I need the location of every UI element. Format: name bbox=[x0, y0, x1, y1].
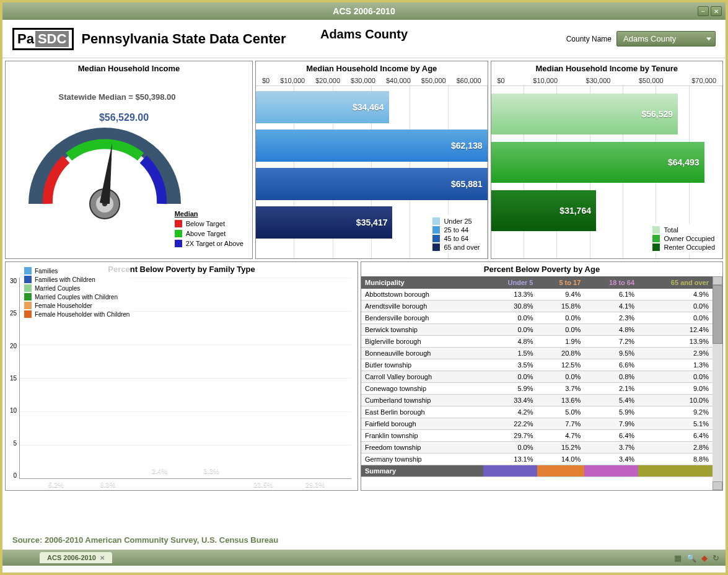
legend-label: Renter Occupied bbox=[664, 244, 715, 251]
legend-swatch bbox=[24, 284, 32, 292]
legend-swatch bbox=[652, 244, 660, 251]
legend-swatch bbox=[432, 226, 440, 234]
county-selector-label: County Name bbox=[566, 35, 612, 43]
table-row[interactable]: Bendersville borough0.0%0.0%2.3%0.0% bbox=[361, 312, 713, 324]
income-by-tenure-xaxis: $0$10,000$30,000$50,000$70,000 bbox=[491, 76, 723, 86]
legend-label: Female Householder bbox=[35, 302, 92, 309]
source-text: Source: 2006-2010 American Community Sur… bbox=[2, 530, 726, 550]
table-row[interactable]: East Berlin borough4.2%5.0%5.9%9.2% bbox=[361, 406, 713, 418]
legend-label: Married Couples with Children bbox=[35, 294, 118, 301]
county-selector-value: Adams County bbox=[623, 34, 676, 43]
legend-swatch bbox=[432, 217, 440, 225]
footer-tab-label: ACS 2006-2010 bbox=[47, 554, 96, 561]
bar-label: 5.2% bbox=[48, 481, 64, 488]
table-header[interactable]: Municipality bbox=[361, 276, 483, 289]
table-row[interactable]: Cumberland township33.4%13.6%5.4%10.0% bbox=[361, 395, 713, 406]
footer-tab-acs[interactable]: ACS 2006-2010 ✕ bbox=[40, 552, 112, 563]
chevron-down-icon bbox=[706, 37, 711, 40]
poverty-age-table-wrap: MunicipalityUnder 55 to 1718 to 6465 and… bbox=[361, 276, 722, 490]
legend-swatch bbox=[175, 230, 182, 237]
table-row[interactable]: Biglerville borough4.8%1.9%7.2%13.9% bbox=[361, 336, 713, 348]
table-row[interactable]: Abbottstown borough13.3%9.4%6.1%4.9% bbox=[361, 289, 713, 301]
legend-swatch bbox=[24, 276, 32, 283]
poverty-family-panel: Percent Below Poverty by Family Type 302… bbox=[5, 261, 358, 491]
table-header[interactable]: 18 to 64 bbox=[584, 276, 638, 289]
gauge-legend-title: Median bbox=[175, 210, 243, 217]
legend-swatch bbox=[24, 267, 32, 274]
table-row[interactable]: Fairfield borough22.2%7.7%7.9%5.1% bbox=[361, 418, 713, 430]
hbar-tenure-1: $64,493 bbox=[491, 142, 704, 183]
poverty-age-panel: Percent Below Poverty by Age Municipalit… bbox=[361, 261, 723, 491]
window-title: ACS 2006-2010 bbox=[333, 6, 395, 16]
logo: Pa SDC bbox=[12, 28, 74, 50]
county-selector[interactable]: Adams County bbox=[616, 31, 716, 46]
table-row[interactable]: Franklin township29.7%4.7%6.4%6.4% bbox=[361, 430, 713, 442]
legend-label: 25 to 44 bbox=[444, 226, 468, 234]
scroll-up-button[interactable] bbox=[713, 276, 722, 285]
legend-swatch bbox=[175, 220, 182, 227]
search-icon[interactable]: 🔍 bbox=[686, 553, 696, 563]
table-row[interactable]: Berwick township0.0%0.0%4.8%12.4% bbox=[361, 324, 713, 336]
legend-label: Total bbox=[664, 226, 678, 234]
hbar-tenure-2: $31,764 bbox=[491, 190, 596, 231]
table-row[interactable]: Carroll Valley borough0.0%0.0%0.8%0.0% bbox=[361, 371, 713, 383]
bar-label: 3.3% bbox=[204, 467, 219, 475]
hbar-age-0: $34,464 bbox=[256, 91, 389, 123]
legend-swatch bbox=[652, 226, 660, 234]
logo-sdc: SDC bbox=[35, 31, 69, 47]
table-row[interactable]: Conewago township5.9%3.7%2.1%9.0% bbox=[361, 383, 713, 395]
bar-label: 23.5% bbox=[253, 481, 273, 488]
legend-swatch bbox=[24, 310, 32, 318]
legend-label: 2X Target or Above bbox=[186, 240, 243, 247]
window-controls: − ✕ bbox=[698, 6, 722, 16]
income-by-age-panel: Median Household Income by Age $0$10,000… bbox=[255, 61, 488, 259]
close-icon[interactable]: ✕ bbox=[100, 555, 105, 561]
legend-label: Under 25 bbox=[444, 217, 471, 225]
hbar-age-2: $65,881 bbox=[256, 168, 488, 200]
legend-label: 65 and over bbox=[444, 244, 480, 251]
legend-swatch bbox=[432, 244, 440, 251]
bar-label: 8.3% bbox=[100, 481, 115, 488]
table-scrollbar[interactable] bbox=[713, 276, 722, 490]
poverty-family-legend: FamiliesFamilies with ChildrenMarried Co… bbox=[24, 266, 129, 319]
scroll-thumb[interactable] bbox=[713, 285, 722, 344]
table-header[interactable]: Under 5 bbox=[483, 276, 537, 289]
legend-label: Above Target bbox=[186, 230, 226, 237]
table-header-row: MunicipalityUnder 55 to 1718 to 6465 and… bbox=[361, 276, 713, 289]
legend-label: Families bbox=[35, 268, 58, 274]
summary-row[interactable]: Summary bbox=[361, 465, 713, 477]
income-by-age-xaxis: $0$10,000$20,000$30,000$40,000$50,000$60… bbox=[256, 76, 488, 86]
header-title: Pennsylvania State Data Center bbox=[81, 31, 286, 47]
footer-icons: ▦ 🔍 ◆ ↻ bbox=[674, 553, 719, 563]
hbar-age-3: $35,417 bbox=[256, 206, 392, 239]
titlebar[interactable]: ACS 2006-2010 − ✕ bbox=[2, 2, 726, 20]
scroll-down-button[interactable] bbox=[713, 481, 722, 490]
income-by-tenure-title: Median Household Income by Tenure bbox=[491, 61, 723, 76]
table-header[interactable]: 65 and over bbox=[638, 276, 713, 289]
legend-swatch bbox=[175, 240, 182, 247]
table-header[interactable]: 5 to 17 bbox=[537, 276, 585, 289]
table-row[interactable]: Freedom township0.0%15.2%3.7%2.8% bbox=[361, 442, 713, 454]
grid-icon[interactable]: ▦ bbox=[674, 553, 682, 563]
refresh-icon[interactable]: ↻ bbox=[713, 553, 719, 563]
income-by-tenure-panel: Median Household Income by Tenure $0$10,… bbox=[491, 61, 724, 259]
income-by-age-title: Median Household Income by Age bbox=[256, 61, 488, 76]
bar-label: 29.3% bbox=[305, 481, 325, 488]
table-row[interactable]: Germany township13.1%14.0%3.4%8.8% bbox=[361, 454, 713, 465]
legend-label: Owner Occupied bbox=[664, 235, 714, 242]
legend-label: 45 to 64 bbox=[444, 235, 468, 242]
poverty-age-title: Percent Below Poverty by Age bbox=[361, 262, 722, 276]
minimize-button[interactable]: − bbox=[698, 6, 709, 16]
footer-tabs: ACS 2006-2010 ✕ ▦ 🔍 ◆ ↻ bbox=[2, 550, 726, 566]
table-row[interactable]: Arendtsville borough30.8%15.8%4.1%0.0% bbox=[361, 301, 713, 312]
legend-swatch bbox=[432, 235, 440, 242]
hbar-age-1: $62,138 bbox=[256, 129, 488, 162]
table-row[interactable]: Bonneauville borough1.5%20.8%9.5%2.9% bbox=[361, 348, 713, 359]
hbar-tenure-0: $56,529 bbox=[491, 94, 678, 134]
logo-pa: Pa bbox=[17, 31, 34, 47]
table-row[interactable]: Butler township3.5%12.5%6.6%1.3% bbox=[361, 359, 713, 371]
chart-icon[interactable]: ◆ bbox=[701, 553, 708, 563]
legend-label: Below Target bbox=[186, 220, 225, 227]
close-button[interactable]: ✕ bbox=[711, 6, 722, 16]
app-window: ACS 2006-2010 − ✕ Pa SDC Pennsylvania St… bbox=[0, 0, 728, 575]
